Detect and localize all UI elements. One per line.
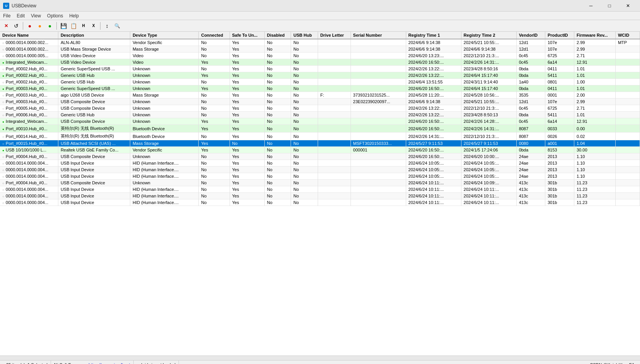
col-registry-time-1[interactable]: Registry Time 1	[406, 32, 461, 39]
cell-device-name: ○0000.0014.0000.002...	[0, 39, 58, 46]
col-safe-to[interactable]: Safe To Un...	[230, 32, 264, 39]
table-row[interactable]: ●Integrated_Webcam...USB Video DeviceVid…	[0, 59, 640, 66]
cell-connected: Yes	[199, 59, 230, 66]
col-product-id[interactable]: ProductID	[545, 32, 574, 39]
table-row[interactable]: ●USB 10/100/1000 L...Realtek USB GbE Fam…	[0, 147, 640, 153]
table-row[interactable]: ●Port_#0003.Hub_#0...Generic SuperSpeed …	[0, 85, 640, 92]
col-registry-time-2[interactable]: Registry Time 2	[461, 32, 516, 39]
cell-wcid	[615, 112, 640, 118]
col-device-type[interactable]: Device Type	[130, 32, 199, 39]
close-button[interactable]: ✕	[2, 21, 11, 31]
html-export-button[interactable]: H	[79, 21, 88, 31]
orange-dot-button[interactable]: ●	[35, 21, 44, 31]
table-row[interactable]: ○Port_#0003.Hub_#0...aigo U268 USB Devic…	[0, 92, 640, 99]
cell-description: USB Input Device	[58, 193, 130, 199]
cell-connected: No	[199, 46, 230, 53]
col-description[interactable]: Description	[58, 32, 130, 39]
maximize-button[interactable]: □	[601, 0, 618, 12]
cell-firmwareRev: 2.00	[574, 92, 615, 99]
table-row[interactable]: ○Port_#0004.Hub_#0...USB Composite Devic…	[0, 180, 640, 186]
table-row[interactable]: ○Port_#0006.Hub_#0...Generic USB HubUnkn…	[0, 112, 640, 118]
col-wcid[interactable]: WCID	[615, 32, 640, 39]
close-window-button[interactable]: ✕	[619, 0, 637, 12]
table-row[interactable]: ○0000.0014.0000.002...USB Mass Storage D…	[0, 46, 640, 53]
menu-help[interactable]: Help	[66, 12, 82, 19]
cell-disabled: No	[264, 99, 291, 105]
cell-wcid	[615, 147, 640, 153]
col-drive-letter[interactable]: Drive Letter	[318, 32, 351, 39]
status-credit: NirSoft Freeware. https://www.nirsoft.ne…	[51, 361, 134, 364]
col-usb-hub[interactable]: USB Hub	[291, 32, 318, 39]
cell-firmwareRev: 1.00	[574, 79, 615, 85]
cell-deviceType: Mass Storage	[130, 92, 199, 99]
cell-usbHub: No	[291, 153, 318, 160]
sort-button[interactable]: ↕	[102, 21, 112, 31]
cell-firmwareRev: 1.10	[574, 153, 615, 160]
cell-disabled: No	[264, 186, 291, 193]
xml-export-button[interactable]: X	[89, 21, 98, 31]
minimize-button[interactable]: ─	[582, 0, 600, 12]
table-row[interactable]: ○0000.0014.0000.004...USB Input DeviceHI…	[0, 173, 640, 180]
table-row[interactable]: ○Port_#0015.Hub_#0...USB Attached SCSI (…	[0, 140, 640, 147]
copy-button[interactable]: 📋	[69, 21, 78, 31]
col-device-name[interactable]: Device Name	[0, 32, 58, 39]
col-serial-number[interactable]: Serial Number	[351, 32, 406, 39]
title-buttons: ─ □ ✕	[582, 0, 637, 12]
menu-options[interactable]: Options	[44, 12, 66, 19]
horizontal-scrollbar[interactable]	[0, 355, 640, 360]
table-row[interactable]: ○Port_#0002.Hub_#0...Generic USB HubUnkn…	[0, 79, 640, 85]
cell-serialNumber	[351, 173, 406, 180]
table-row[interactable]: ○0000.0014.0000.004...USB Input DeviceHI…	[0, 167, 640, 173]
gray-dot-icon: ○	[2, 94, 4, 97]
cell-safeTo: Yes	[230, 112, 264, 118]
table-row[interactable]: ○0000.0014.0000.004...USB Input DeviceHI…	[0, 160, 640, 167]
table-row[interactable]: ○0000.0014.0000.002...ALN-AL80Vendor Spe…	[0, 39, 640, 46]
cell-description: USB Input Device	[58, 186, 130, 193]
table-row[interactable]: ○Port_#0005.Hub_#0...USB Composite Devic…	[0, 105, 640, 112]
cell-safeTo: No	[230, 140, 264, 147]
cell-description: Generic USB Hub	[58, 72, 130, 79]
table-row[interactable]: ○0000.0014.0000.004...USB Input DeviceHI…	[0, 199, 640, 206]
col-connected[interactable]: Connected	[199, 32, 230, 39]
cell-connected: No	[199, 105, 230, 112]
cell-productID: 0411	[545, 66, 574, 72]
table-row[interactable]: ○0000.0014.0000.004...USB Input DeviceHI…	[0, 193, 640, 199]
table-row[interactable]: ○0000.0014.0000.004...USB Input DeviceHI…	[0, 186, 640, 193]
find-button[interactable]: 🔍	[112, 21, 122, 31]
cell-wcid	[615, 66, 640, 72]
cell-registryTime2: 2024/1/5 17:24:06	[461, 147, 516, 153]
green-dot-button[interactable]: ●	[45, 21, 54, 31]
main-area: Device Name Description Device Type Conn…	[0, 32, 640, 355]
table-row[interactable]: ○Port_#0004.Hub_#0...USB Composite Devic…	[0, 153, 640, 160]
cell-connected: Yes	[199, 140, 230, 147]
save-button[interactable]: 💾	[59, 21, 68, 31]
table-row[interactable]: ○Port_#0003.Hub_#0...USB Composite Devic…	[0, 99, 640, 105]
cell-serialNumber	[351, 133, 406, 140]
table-container[interactable]: Device Name Description Device Type Conn…	[0, 32, 640, 355]
menu-view[interactable]: View	[28, 12, 44, 19]
table-row[interactable]: ●Port_#0002.Hub_#0...Generic USB HubUnkn…	[0, 72, 640, 79]
green-dot-icon: ●	[2, 87, 4, 91]
menu-edit[interactable]: Edit	[14, 12, 28, 19]
table-row[interactable]: ●Port_#0010.Hub_#0...英特尔(R) 无线 Bluetooth…	[0, 125, 640, 133]
table-row[interactable]: ●Integrated_Webcam...USB Composite Devic…	[0, 118, 640, 125]
cell-registryTime2: 2024/6/20 10:00:...	[461, 153, 516, 160]
col-firmware-rev[interactable]: Firmware Rev...	[574, 32, 615, 39]
table-row[interactable]: ○0000.0014.0000.005...USB Video DeviceVi…	[0, 53, 640, 59]
cell-device-name: ○Port_#0002.Hub_#0...	[0, 79, 58, 85]
refresh-button[interactable]: ↺	[12, 21, 21, 31]
cell-vendorID: 1a40	[516, 79, 545, 85]
table-row[interactable]: ○Port_#0002.Hub_#0...Generic SuperSpeed …	[0, 66, 640, 72]
cell-registryTime2: 2024/6/24 10:09:...	[461, 180, 516, 186]
menu-file[interactable]: File	[0, 12, 14, 19]
cell-firmwareRev: 11.23	[574, 180, 615, 186]
cell-connected: Yes	[199, 72, 230, 79]
table-row[interactable]: ○Port_#0014.Hub_#0...英特尔(R) 无线 Bluetooth…	[0, 133, 640, 140]
col-disabled[interactable]: Disabled	[264, 32, 291, 39]
cell-description: USB Composite Device	[58, 118, 130, 125]
col-vendor-id[interactable]: VendorID	[516, 32, 545, 39]
red-dot-button[interactable]: ●	[25, 21, 34, 31]
nirsoft-link[interactable]: https://www.nirsoft.net	[89, 362, 130, 364]
cell-registryTime2: 2024/6/24 10:11:...	[461, 186, 516, 193]
cell-wcid	[615, 72, 640, 79]
